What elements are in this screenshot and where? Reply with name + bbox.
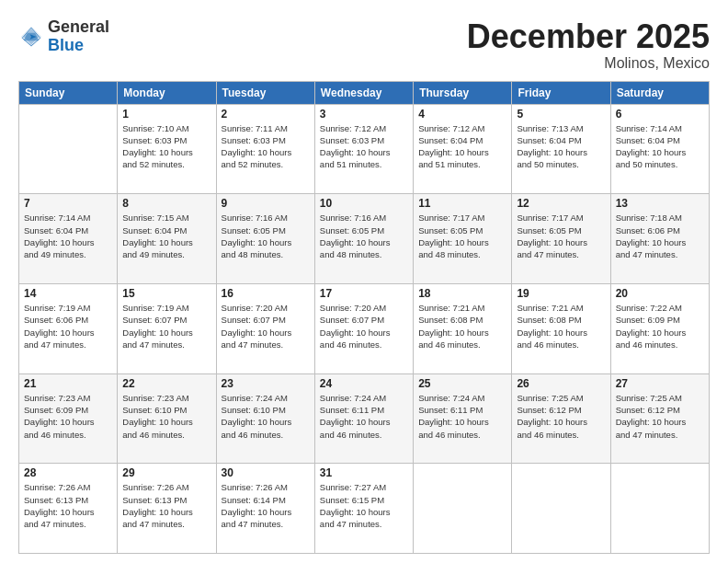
day-info: Sunrise: 7:24 AMSunset: 6:11 PMDaylight:… bbox=[418, 392, 506, 441]
table-row: 1Sunrise: 7:10 AMSunset: 6:03 PMDaylight… bbox=[118, 104, 216, 194]
table-row: 25Sunrise: 7:24 AMSunset: 6:11 PMDayligh… bbox=[414, 373, 512, 464]
day-info: Sunrise: 7:13 AMSunset: 6:04 PMDaylight:… bbox=[517, 122, 605, 171]
day-info: Sunrise: 7:26 AMSunset: 6:14 PMDaylight:… bbox=[222, 481, 310, 530]
table-row bbox=[512, 464, 610, 554]
day-number: 11 bbox=[418, 197, 506, 210]
day-number: 25 bbox=[418, 377, 506, 390]
col-wednesday: Wednesday bbox=[314, 81, 413, 104]
table-row: 2Sunrise: 7:11 AMSunset: 6:03 PMDaylight… bbox=[216, 104, 314, 194]
table-row: 8Sunrise: 7:15 AMSunset: 6:04 PMDaylight… bbox=[118, 194, 216, 284]
day-number: 28 bbox=[24, 466, 112, 479]
col-monday: Monday bbox=[118, 81, 216, 104]
day-number: 17 bbox=[320, 287, 408, 300]
day-info: Sunrise: 7:26 AMSunset: 6:13 PMDaylight:… bbox=[24, 481, 112, 530]
table-row: 17Sunrise: 7:20 AMSunset: 6:07 PMDayligh… bbox=[314, 283, 413, 373]
day-number: 27 bbox=[616, 377, 704, 390]
day-info: Sunrise: 7:12 AMSunset: 6:04 PMDaylight:… bbox=[418, 122, 506, 171]
day-number: 14 bbox=[24, 287, 112, 300]
table-row bbox=[414, 464, 512, 554]
month-title: December 2025 bbox=[467, 18, 710, 55]
day-number: 6 bbox=[616, 108, 704, 121]
day-info: Sunrise: 7:20 AMSunset: 6:07 PMDaylight:… bbox=[320, 302, 408, 350]
col-thursday: Thursday bbox=[414, 81, 512, 104]
calendar-week-row: 7Sunrise: 7:14 AMSunset: 6:04 PMDaylight… bbox=[19, 194, 710, 284]
col-tuesday: Tuesday bbox=[216, 81, 314, 104]
calendar-table: Sunday Monday Tuesday Wednesday Thursday… bbox=[18, 81, 710, 554]
day-info: Sunrise: 7:24 AMSunset: 6:10 PMDaylight:… bbox=[222, 392, 310, 441]
day-number: 1 bbox=[122, 108, 210, 121]
col-saturday: Saturday bbox=[610, 81, 709, 104]
day-number: 3 bbox=[320, 108, 408, 121]
logo-icon bbox=[18, 24, 44, 50]
table-row: 9Sunrise: 7:16 AMSunset: 6:05 PMDaylight… bbox=[216, 194, 314, 284]
table-row: 26Sunrise: 7:25 AMSunset: 6:12 PMDayligh… bbox=[512, 373, 610, 464]
table-row: 6Sunrise: 7:14 AMSunset: 6:04 PMDaylight… bbox=[610, 104, 709, 194]
table-row: 27Sunrise: 7:25 AMSunset: 6:12 PMDayligh… bbox=[610, 373, 709, 464]
logo-general: General bbox=[48, 17, 109, 36]
logo: General Blue bbox=[18, 18, 109, 55]
day-info: Sunrise: 7:19 AMSunset: 6:06 PMDaylight:… bbox=[24, 302, 112, 350]
day-number: 7 bbox=[24, 197, 112, 210]
table-row: 29Sunrise: 7:26 AMSunset: 6:13 PMDayligh… bbox=[118, 464, 216, 554]
col-friday: Friday bbox=[512, 81, 610, 104]
table-row: 30Sunrise: 7:26 AMSunset: 6:14 PMDayligh… bbox=[216, 464, 314, 554]
day-info: Sunrise: 7:21 AMSunset: 6:08 PMDaylight:… bbox=[418, 302, 506, 350]
day-number: 31 bbox=[320, 466, 408, 479]
day-number: 21 bbox=[24, 377, 112, 390]
table-row: 10Sunrise: 7:16 AMSunset: 6:05 PMDayligh… bbox=[314, 194, 413, 284]
table-row: 14Sunrise: 7:19 AMSunset: 6:06 PMDayligh… bbox=[19, 283, 118, 373]
day-number: 4 bbox=[418, 108, 506, 121]
table-row: 4Sunrise: 7:12 AMSunset: 6:04 PMDaylight… bbox=[414, 104, 512, 194]
day-number: 12 bbox=[517, 197, 605, 210]
day-number: 15 bbox=[122, 287, 210, 300]
table-row: 21Sunrise: 7:23 AMSunset: 6:09 PMDayligh… bbox=[19, 373, 118, 464]
day-number: 30 bbox=[222, 466, 310, 479]
day-info: Sunrise: 7:15 AMSunset: 6:04 PMDaylight:… bbox=[122, 212, 210, 260]
day-number: 10 bbox=[320, 197, 408, 210]
day-number: 2 bbox=[222, 108, 310, 121]
day-info: Sunrise: 7:19 AMSunset: 6:07 PMDaylight:… bbox=[122, 302, 210, 350]
page: General Blue December 2025 Molinos, Mexi… bbox=[0, 0, 728, 563]
title-block: December 2025 Molinos, Mexico bbox=[467, 18, 710, 72]
table-row: 15Sunrise: 7:19 AMSunset: 6:07 PMDayligh… bbox=[118, 283, 216, 373]
day-info: Sunrise: 7:22 AMSunset: 6:09 PMDaylight:… bbox=[616, 302, 704, 350]
day-info: Sunrise: 7:23 AMSunset: 6:10 PMDaylight:… bbox=[122, 392, 210, 441]
day-number: 5 bbox=[517, 108, 605, 121]
table-row: 7Sunrise: 7:14 AMSunset: 6:04 PMDaylight… bbox=[19, 194, 118, 284]
calendar-week-row: 14Sunrise: 7:19 AMSunset: 6:06 PMDayligh… bbox=[19, 283, 710, 373]
day-info: Sunrise: 7:14 AMSunset: 6:04 PMDaylight:… bbox=[616, 122, 704, 171]
logo-text: General Blue bbox=[48, 18, 109, 55]
day-number: 18 bbox=[418, 287, 506, 300]
day-info: Sunrise: 7:11 AMSunset: 6:03 PMDaylight:… bbox=[222, 122, 310, 171]
day-info: Sunrise: 7:12 AMSunset: 6:03 PMDaylight:… bbox=[320, 122, 408, 171]
table-row: 22Sunrise: 7:23 AMSunset: 6:10 PMDayligh… bbox=[118, 373, 216, 464]
day-number: 19 bbox=[517, 287, 605, 300]
table-row bbox=[610, 464, 709, 554]
calendar-header-row: Sunday Monday Tuesday Wednesday Thursday… bbox=[19, 81, 710, 104]
day-number: 8 bbox=[122, 197, 210, 210]
day-number: 24 bbox=[320, 377, 408, 390]
location-subtitle: Molinos, Mexico bbox=[467, 55, 710, 72]
day-number: 9 bbox=[222, 197, 310, 210]
day-info: Sunrise: 7:10 AMSunset: 6:03 PMDaylight:… bbox=[122, 122, 210, 171]
day-info: Sunrise: 7:24 AMSunset: 6:11 PMDaylight:… bbox=[320, 392, 408, 441]
table-row: 12Sunrise: 7:17 AMSunset: 6:05 PMDayligh… bbox=[512, 194, 610, 284]
day-info: Sunrise: 7:25 AMSunset: 6:12 PMDaylight:… bbox=[616, 392, 704, 441]
table-row: 13Sunrise: 7:18 AMSunset: 6:06 PMDayligh… bbox=[610, 194, 709, 284]
calendar-week-row: 21Sunrise: 7:23 AMSunset: 6:09 PMDayligh… bbox=[19, 373, 710, 464]
table-row: 23Sunrise: 7:24 AMSunset: 6:10 PMDayligh… bbox=[216, 373, 314, 464]
day-info: Sunrise: 7:25 AMSunset: 6:12 PMDaylight:… bbox=[517, 392, 605, 441]
day-number: 20 bbox=[616, 287, 704, 300]
table-row: 19Sunrise: 7:21 AMSunset: 6:08 PMDayligh… bbox=[512, 283, 610, 373]
day-info: Sunrise: 7:26 AMSunset: 6:13 PMDaylight:… bbox=[122, 481, 210, 530]
day-number: 23 bbox=[222, 377, 310, 390]
calendar-week-row: 1Sunrise: 7:10 AMSunset: 6:03 PMDaylight… bbox=[19, 104, 710, 194]
day-info: Sunrise: 7:16 AMSunset: 6:05 PMDaylight:… bbox=[222, 212, 310, 260]
day-info: Sunrise: 7:21 AMSunset: 6:08 PMDaylight:… bbox=[517, 302, 605, 350]
day-info: Sunrise: 7:18 AMSunset: 6:06 PMDaylight:… bbox=[616, 212, 704, 260]
col-sunday: Sunday bbox=[19, 81, 118, 104]
table-row: 24Sunrise: 7:24 AMSunset: 6:11 PMDayligh… bbox=[314, 373, 413, 464]
table-row: 18Sunrise: 7:21 AMSunset: 6:08 PMDayligh… bbox=[414, 283, 512, 373]
day-info: Sunrise: 7:23 AMSunset: 6:09 PMDaylight:… bbox=[24, 392, 112, 441]
header: General Blue December 2025 Molinos, Mexi… bbox=[18, 18, 710, 72]
